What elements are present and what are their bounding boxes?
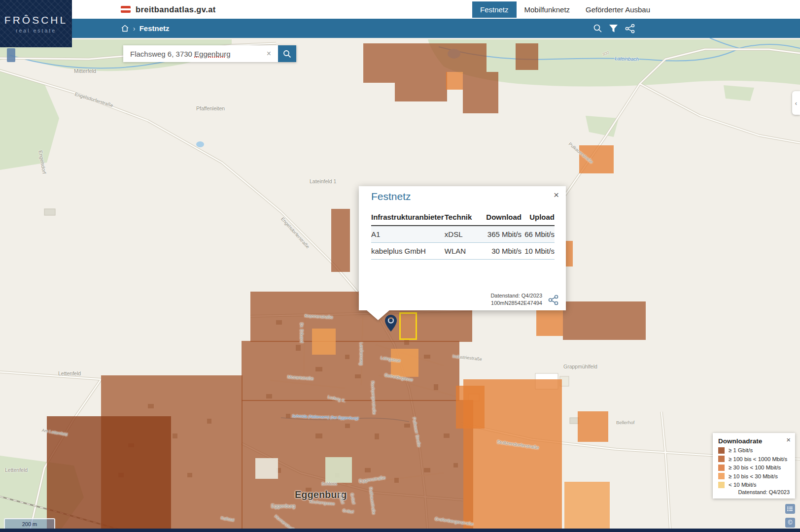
table-row: kabelplus GmbHWLAN30 Mbit/s10 Mbit/s bbox=[371, 243, 555, 260]
coverage-cell bbox=[516, 43, 538, 70]
legend-item: ≥ 10 bis < 30 Mbit/s bbox=[718, 473, 790, 479]
legend-label: ≥ 10 bis < 30 Mbit/s bbox=[729, 473, 778, 479]
clear-input-icon[interactable]: × bbox=[265, 49, 273, 58]
collapse-panel-tab[interactable]: ‹ bbox=[792, 91, 800, 115]
legend-item: < 10 Mbit/s bbox=[718, 482, 790, 488]
clear-patch bbox=[255, 458, 278, 479]
legend-label: ≥ 30 bis < 100 Mbit/s bbox=[729, 465, 781, 470]
close-icon[interactable]: × bbox=[554, 190, 559, 200]
breadcrumb: › Festnetz bbox=[121, 19, 170, 38]
table-cell: 10 Mbit/s bbox=[522, 243, 555, 260]
popup-datenstand: Datenstand: Q4/2023 100mN28542E47494 bbox=[490, 292, 542, 306]
legend-swatch bbox=[718, 456, 725, 462]
provider-table: InfrastrukturanbieterTechnikDownloadUplo… bbox=[371, 210, 555, 260]
coverage-cell bbox=[463, 72, 498, 113]
legend-item: ≥ 100 bis < 1000 Mbit/s bbox=[718, 456, 790, 462]
coverage-cell bbox=[47, 416, 171, 532]
table-cell: kabelplus GmbH bbox=[371, 243, 445, 260]
table-cell: 66 Mbit/s bbox=[522, 226, 555, 243]
filter-icon[interactable] bbox=[609, 24, 618, 33]
popup-title: Festnetz bbox=[371, 191, 411, 202]
legend-swatch bbox=[718, 473, 725, 479]
scale-label: 200 m bbox=[22, 521, 37, 527]
legend-label: < 10 Mbit/s bbox=[729, 482, 757, 488]
table-cell: WLAN bbox=[445, 243, 483, 260]
table-cell: 30 Mbit/s bbox=[483, 243, 522, 260]
legend-toggle-button[interactable] bbox=[785, 504, 795, 514]
search-icon bbox=[283, 50, 291, 58]
home-icon[interactable] bbox=[121, 24, 129, 33]
brand: breitbandatlas.gv.at bbox=[121, 0, 216, 19]
table-cell: 365 Mbit/s bbox=[483, 226, 522, 243]
nav-item-festnetz[interactable]: Festnetz bbox=[472, 1, 517, 18]
legend-datenstand: Datenstand: Q4/2023 bbox=[738, 489, 790, 495]
close-icon[interactable]: × bbox=[786, 435, 791, 444]
top-header-bar bbox=[0, 0, 800, 19]
coverage-cell bbox=[391, 349, 418, 377]
coverage-cell bbox=[446, 72, 463, 90]
column-header: Technik bbox=[445, 210, 483, 226]
park-patch bbox=[325, 457, 352, 483]
logo-subtitle: real estate bbox=[16, 28, 56, 33]
column-header: Download bbox=[483, 210, 522, 226]
brand-title: breitbandatlas.gv.at bbox=[136, 5, 216, 14]
breitbandatlas-app: MitterfeldPfaffenleitenLateinfeld 1Engel… bbox=[0, 0, 800, 532]
coverage-cell bbox=[578, 411, 608, 442]
breadcrumb-separator: › bbox=[133, 25, 136, 33]
table-cell: xDSL bbox=[445, 226, 483, 243]
copyright-button[interactable]: © bbox=[785, 518, 795, 528]
coverage-cell bbox=[242, 341, 459, 401]
froeschl-logo: FRÔSCHL real estate bbox=[0, 0, 72, 47]
address-search: Flachsweg 6, 3730 Eggenburg × bbox=[123, 45, 296, 62]
austria-flag-icon bbox=[121, 6, 131, 13]
legend-label: ≥ 1 Gbit/s bbox=[729, 447, 753, 453]
bottom-frame-strip bbox=[0, 529, 800, 532]
zoom-control-partial[interactable] bbox=[7, 48, 15, 62]
share-icon[interactable] bbox=[548, 295, 559, 305]
legend-swatch bbox=[718, 482, 725, 488]
legend-title: Downloadrate bbox=[718, 437, 790, 445]
coverage-cell bbox=[447, 43, 487, 72]
coverage-cell bbox=[563, 301, 646, 340]
search-input[interactable]: Flachsweg 6, 3730 Eggenburg × bbox=[123, 45, 278, 62]
chevron-left-icon: ‹ bbox=[795, 100, 797, 107]
coverage-cell bbox=[395, 43, 447, 101]
selected-cell-outline bbox=[399, 312, 417, 340]
legend-label: ≥ 100 bis < 1000 Mbit/s bbox=[729, 456, 787, 462]
legend-panel: Downloadrate × ≥ 1 Gbit/s≥ 100 bis < 100… bbox=[713, 433, 795, 499]
nav-item-mobilfunknetz[interactable]: Mobilfunknetz bbox=[517, 1, 578, 18]
column-header: Upload bbox=[522, 210, 555, 226]
map-toolbar bbox=[593, 19, 636, 38]
search-icon[interactable] bbox=[593, 24, 602, 33]
main-navigation: FestnetzMobilfunknetzGeförderter Ausbau bbox=[472, 0, 658, 19]
search-button[interactable] bbox=[278, 45, 296, 62]
breadcrumb-current: Festnetz bbox=[139, 24, 170, 33]
table-row: A1xDSL365 Mbit/s66 Mbit/s bbox=[371, 226, 555, 243]
coverage-cell bbox=[331, 209, 350, 272]
logo-title: FRÔSCHL bbox=[4, 14, 68, 26]
column-header: Infrastrukturanbieter bbox=[371, 210, 445, 226]
breadcrumb-bar bbox=[0, 19, 800, 38]
festnetz-popup: Festnetz × InfrastrukturanbieterTechnikD… bbox=[359, 186, 566, 310]
coverage-cell bbox=[579, 145, 614, 173]
coverage-cell bbox=[312, 329, 336, 355]
share-icon[interactable] bbox=[625, 24, 636, 33]
coverage-cell bbox=[363, 43, 395, 83]
coverage-cell bbox=[564, 482, 610, 532]
coverage-cell bbox=[463, 420, 562, 532]
legend-item: ≥ 30 bis < 100 Mbit/s bbox=[718, 465, 790, 471]
legend-swatch bbox=[718, 447, 725, 454]
table-cell: A1 bbox=[371, 226, 445, 243]
legend-list-icon bbox=[787, 506, 793, 512]
legend-swatch bbox=[718, 465, 725, 471]
nav-item-gef-rderter-ausbau[interactable]: Geförderter Ausbau bbox=[578, 1, 658, 18]
legend-item: ≥ 1 Gbit/s bbox=[718, 447, 790, 454]
copyright-icon: © bbox=[788, 519, 793, 526]
pond-small bbox=[196, 141, 204, 147]
